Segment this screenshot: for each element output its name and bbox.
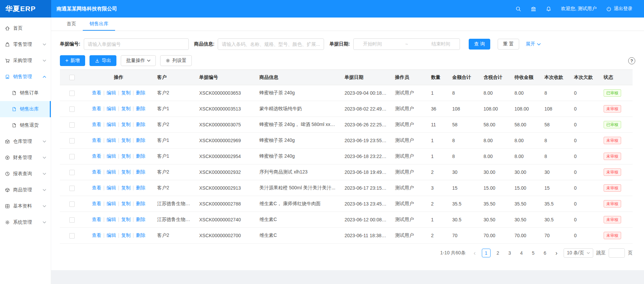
view-link[interactable]: 查看 bbox=[92, 169, 101, 175]
bell-icon[interactable] bbox=[546, 6, 551, 12]
row-checkbox[interactable] bbox=[69, 122, 75, 128]
view-link[interactable]: 查看 bbox=[92, 217, 101, 222]
copy-link[interactable]: 复制 bbox=[121, 232, 131, 238]
delete-link[interactable]: 删除 bbox=[136, 106, 145, 111]
row-checkbox[interactable] bbox=[69, 106, 75, 112]
add-button[interactable]: + 新增 bbox=[60, 55, 85, 66]
row-checkbox[interactable] bbox=[69, 217, 75, 223]
copy-link[interactable]: 复制 bbox=[121, 169, 131, 175]
sidebar-item-5[interactable]: 销售出库 bbox=[0, 101, 51, 117]
copy-link[interactable]: 复制 bbox=[121, 185, 131, 190]
copy-link[interactable]: 复制 bbox=[121, 217, 131, 222]
view-link[interactable]: 查看 bbox=[92, 137, 101, 143]
select-all-checkbox[interactable] bbox=[69, 75, 75, 80]
row-checkbox[interactable] bbox=[69, 233, 75, 239]
row-checkbox[interactable] bbox=[69, 138, 75, 144]
row-checkbox[interactable] bbox=[69, 154, 75, 159]
logout-label: 退出登录 bbox=[614, 6, 633, 12]
chevron-down-icon bbox=[43, 189, 46, 191]
pagination-prev-button[interactable]: ‹ bbox=[471, 249, 479, 257]
delete-link[interactable]: 删除 bbox=[136, 153, 145, 159]
copy-link[interactable]: 复制 bbox=[121, 137, 131, 143]
sidebar-item-1[interactable]: 零售管理 bbox=[0, 36, 51, 53]
tab-1[interactable]: 销售出库 bbox=[83, 18, 115, 31]
pagination-next-button[interactable]: › bbox=[552, 249, 561, 257]
view-link[interactable]: 查看 bbox=[92, 106, 101, 111]
delete-link[interactable]: 删除 bbox=[136, 90, 145, 95]
copy-link[interactable]: 复制 bbox=[121, 90, 131, 95]
search-icon[interactable] bbox=[515, 6, 521, 12]
sidebar-item-8[interactable]: 财务管理 bbox=[0, 150, 51, 166]
help-icon[interactable]: ? bbox=[628, 57, 635, 64]
column-settings-button[interactable]: 列设置 bbox=[160, 55, 192, 66]
edit-link[interactable]: 编辑 bbox=[107, 201, 116, 206]
view-link[interactable]: 查看 bbox=[92, 122, 101, 127]
logout-button[interactable]: 退出登录 bbox=[606, 6, 633, 12]
sidebar-item-2[interactable]: 采购管理 bbox=[0, 53, 51, 69]
cell-date: 2023-06-17 23:15:31 bbox=[341, 180, 391, 196]
sidebar-item-11[interactable]: 基本资料 bbox=[0, 198, 51, 214]
edit-link[interactable]: 编辑 bbox=[107, 153, 116, 159]
edit-link[interactable]: 编辑 bbox=[107, 232, 116, 238]
delete-link[interactable]: 删除 bbox=[136, 169, 145, 175]
delete-link[interactable]: 删除 bbox=[136, 217, 145, 222]
purchase-icon bbox=[5, 58, 10, 63]
view-link[interactable]: 查看 bbox=[92, 201, 101, 206]
jump-input[interactable] bbox=[609, 248, 625, 258]
sidebar-item-4[interactable]: 销售订单 bbox=[0, 85, 51, 101]
sidebar-item-12[interactable]: 系统管理 bbox=[0, 214, 51, 230]
page-button-6[interactable]: 6 bbox=[541, 249, 549, 257]
page-size-select[interactable]: 10 条/页 bbox=[564, 248, 593, 258]
delete-link[interactable]: 删除 bbox=[136, 185, 145, 190]
sidebar-item-6[interactable]: 销售退货 bbox=[0, 117, 51, 133]
edit-link[interactable]: 编辑 bbox=[107, 169, 116, 175]
view-link[interactable]: 查看 bbox=[92, 90, 101, 95]
sidebar-item-7[interactable]: 仓库管理 bbox=[0, 133, 51, 150]
edit-link[interactable]: 编辑 bbox=[107, 137, 116, 143]
delete-link[interactable]: 删除 bbox=[136, 137, 145, 143]
bill-no-input[interactable] bbox=[84, 38, 189, 50]
edit-link[interactable]: 编辑 bbox=[107, 122, 116, 127]
sidebar-item-9[interactable]: 报表查询 bbox=[0, 166, 51, 182]
edit-link[interactable]: 编辑 bbox=[107, 106, 116, 111]
sidebar-item-10[interactable]: 商品管理 bbox=[0, 182, 51, 198]
row-checkbox[interactable] bbox=[69, 201, 75, 207]
view-link[interactable]: 查看 bbox=[92, 185, 101, 190]
sidebar-item-0[interactable]: 首页 bbox=[0, 20, 51, 36]
copy-link[interactable]: 复制 bbox=[121, 106, 131, 111]
page-button-3[interactable]: 3 bbox=[505, 249, 514, 257]
export-button[interactable]: 导出 bbox=[90, 55, 116, 66]
edit-link[interactable]: 编辑 bbox=[107, 217, 116, 222]
row-checkbox[interactable] bbox=[69, 170, 75, 175]
page-button-4[interactable]: 4 bbox=[517, 249, 526, 257]
copy-link[interactable]: 复制 bbox=[121, 201, 131, 206]
copy-link[interactable]: 复制 bbox=[121, 122, 131, 127]
chevron-down-icon bbox=[537, 43, 541, 45]
view-link[interactable]: 查看 bbox=[92, 153, 101, 159]
expand-link[interactable]: 展开 bbox=[526, 41, 541, 47]
copy-link[interactable]: 复制 bbox=[121, 153, 131, 159]
page-button-2[interactable]: 2 bbox=[494, 249, 502, 257]
date-range-picker[interactable]: 开始时间 ~ 结束时间 bbox=[353, 38, 460, 50]
bank-icon[interactable] bbox=[531, 6, 536, 12]
product-input[interactable] bbox=[218, 38, 324, 50]
search-button[interactable]: 查 询 bbox=[469, 39, 490, 50]
sidebar-item-3[interactable]: 销售管理 bbox=[0, 69, 51, 85]
row-checkbox[interactable] bbox=[69, 186, 75, 191]
tab-0[interactable]: 首页 bbox=[60, 18, 83, 31]
batch-ops-button[interactable]: 批量操作 bbox=[121, 55, 156, 66]
status-badge: 未审核 bbox=[604, 216, 621, 224]
status-badge: 未审核 bbox=[604, 153, 621, 160]
row-actions: 查看|编辑|复制|删除 bbox=[84, 133, 153, 149]
column-header-4: 单据日期 bbox=[341, 70, 391, 85]
delete-link[interactable]: 删除 bbox=[136, 201, 145, 206]
edit-link[interactable]: 编辑 bbox=[107, 185, 116, 190]
page-button-1[interactable]: 1 bbox=[482, 249, 491, 257]
row-checkbox[interactable] bbox=[69, 91, 75, 96]
delete-link[interactable]: 删除 bbox=[136, 122, 145, 127]
reset-button[interactable]: 重 置 bbox=[498, 39, 519, 50]
page-button-5[interactable]: 5 bbox=[529, 249, 538, 257]
edit-link[interactable]: 编辑 bbox=[107, 90, 116, 95]
delete-link[interactable]: 删除 bbox=[136, 232, 145, 238]
view-link[interactable]: 查看 bbox=[92, 232, 101, 238]
